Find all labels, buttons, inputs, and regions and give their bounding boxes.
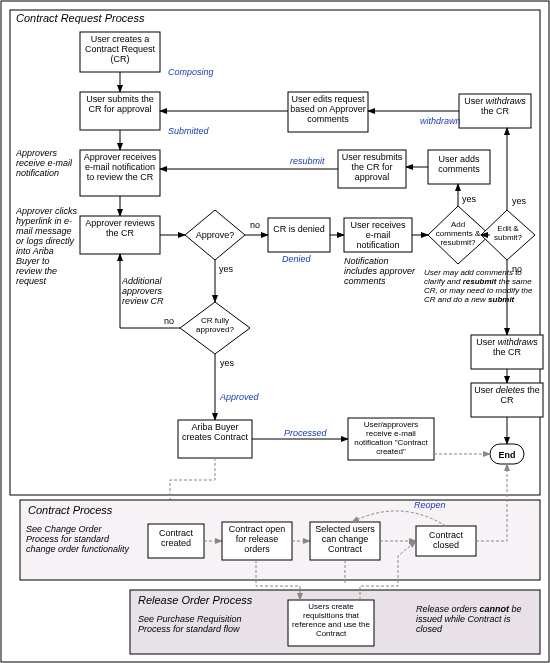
- note-ro: Release orders cannot be issued while Co…: [416, 604, 526, 634]
- lbl-yes1: yes: [219, 264, 234, 274]
- note-left2: Approver clicks hyperlink in e-mail mess…: [16, 206, 78, 286]
- lbl-reopen: Reopen: [414, 500, 446, 510]
- node-notify: Approver receives e-mail notification to…: [82, 152, 158, 182]
- node-rop: Users create requisitions that reference…: [290, 602, 372, 638]
- node-ccreated: Contract created: [150, 528, 202, 548]
- lbl-composing: Composing: [168, 67, 214, 77]
- node-withdraw2: User withdraws the CR: [476, 337, 538, 357]
- lbl-approved: Approved: [219, 392, 260, 402]
- node-review: Approver reviews the CR: [82, 218, 158, 238]
- node-addc: User adds comments: [430, 154, 488, 174]
- node-cchange: Selected users can change Contract: [312, 524, 378, 554]
- note-resubmit: User may add comments to clarify and res…: [424, 268, 534, 304]
- lbl-denied: Denied: [282, 254, 312, 264]
- node-cnotify: User/approvers receive e-mail notificati…: [350, 420, 432, 456]
- note-notif: Notification includes approver comments: [344, 256, 424, 286]
- note-rop: See Purchase Requisition Process for sta…: [138, 614, 268, 634]
- lbl-no4: no: [164, 316, 174, 326]
- node-resub: User resubmits the CR for approval: [340, 152, 404, 182]
- node-delete: User deletes the CR: [474, 385, 540, 405]
- lbl-withdrawn: withdrawn: [420, 116, 461, 126]
- dec-editsub: Edit & submit?: [490, 224, 526, 242]
- node-ariba: Ariba Buyer creates Contract: [180, 422, 250, 442]
- dec-approve: Approve?: [196, 230, 235, 240]
- lbl-no1: no: [250, 220, 260, 230]
- node-withdraw1: User withdraws the CR: [464, 96, 526, 116]
- svg-text:End: End: [499, 450, 516, 460]
- note-cp: See Change Order Process for standard ch…: [26, 524, 136, 554]
- lbl-yes4: yes: [220, 358, 235, 368]
- node-cclosed: Contract closed: [418, 530, 474, 550]
- lbl-resubmit: resubmit: [290, 156, 325, 166]
- flowchart: Contract Request Process User creates a …: [0, 0, 550, 663]
- node-edit: User edits request based on Approver com…: [290, 94, 366, 124]
- rop-title: Release Order Process: [138, 594, 253, 606]
- node-usernote: User receives e-mail notification: [346, 220, 410, 250]
- crp-title: Contract Request Process: [16, 12, 145, 24]
- note-addrev: Additional approvers review CR: [122, 276, 176, 306]
- note-left1: Approvers receive e-mail notification: [16, 148, 76, 178]
- lbl-processed: Processed: [284, 428, 328, 438]
- dec-full: CR fully approved?: [192, 316, 238, 334]
- lbl-yes2: yes: [462, 194, 477, 204]
- lbl-yes3: yes: [512, 196, 527, 206]
- node-copen: Contract open for release orders: [224, 524, 290, 554]
- node-create: User creates a Contract Request (CR): [82, 34, 158, 64]
- dec-addcomm: Add comments & resubmit?: [434, 220, 482, 247]
- node-end: End: [490, 444, 524, 464]
- node-denied: CR is denied: [270, 224, 328, 234]
- cp-title: Contract Process: [28, 504, 113, 516]
- node-submit: User submits the CR for approval: [82, 94, 158, 114]
- lbl-submitted: Submitted: [168, 126, 210, 136]
